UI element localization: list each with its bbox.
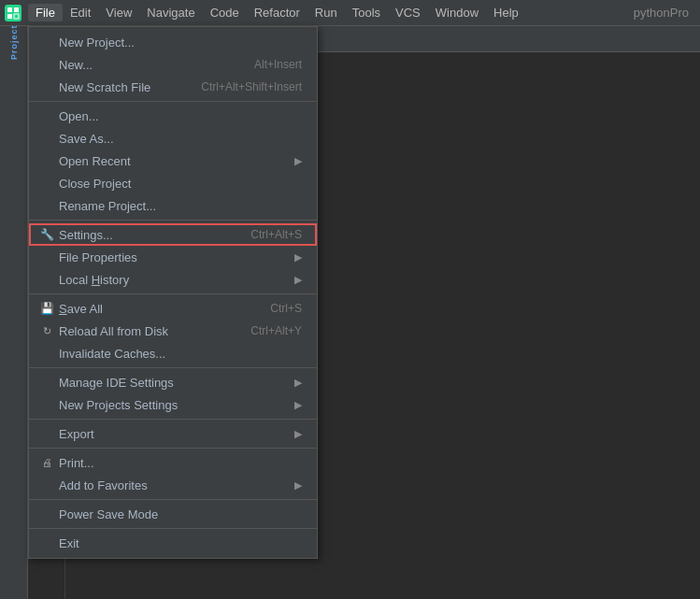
new-projects-settings-label: New Projects Settings xyxy=(59,398,287,412)
menu-item-power-save[interactable]: Power Save Mode xyxy=(29,503,317,525)
save-all-label: Save All xyxy=(59,302,270,316)
menu-item-invalidate-caches[interactable]: Invalidate Caches... xyxy=(29,342,317,364)
menu-item-local-history[interactable]: Local History ▶ xyxy=(29,268,317,291)
new-project-label: New Project... xyxy=(59,36,302,50)
divider-8 xyxy=(29,528,317,529)
sidebar: Project xyxy=(0,26,28,599)
menu-item-settings[interactable]: 🔧 Settings... Ctrl+Alt+S xyxy=(29,223,317,246)
menu-refactor[interactable]: Refactor xyxy=(247,4,307,21)
menu-item-save-all[interactable]: 💾 Save All Ctrl+S xyxy=(29,297,317,320)
sidebar-project-icon[interactable]: Project xyxy=(2,30,26,54)
menu-item-save-as[interactable]: Save As... xyxy=(29,127,317,150)
new-scratch-label: New Scratch File xyxy=(59,80,201,94)
menu-item-export[interactable]: Export ▶ xyxy=(29,422,317,445)
exit-label: Exit xyxy=(59,536,302,550)
manage-ide-arrow: ▶ xyxy=(294,377,302,389)
menu-item-new-scratch[interactable]: New Scratch File Ctrl+Alt+Shift+Insert xyxy=(29,76,317,98)
local-history-label: Local History xyxy=(59,273,287,287)
file-properties-arrow: ▶ xyxy=(294,251,302,264)
divider-5 xyxy=(29,419,317,420)
menu-item-new-project[interactable]: New Project... xyxy=(29,31,317,53)
reload-all-icon: ↻ xyxy=(38,325,55,337)
divider-1 xyxy=(29,101,317,102)
close-project-label: Close Project xyxy=(59,177,302,191)
menu-item-add-favorites[interactable]: Add to Favorites ▶ xyxy=(29,474,317,496)
divider-7 xyxy=(29,499,317,500)
menu-navigate[interactable]: Navigate xyxy=(139,4,202,21)
save-all-shortcut: Ctrl+S xyxy=(270,302,302,315)
menu-vcs[interactable]: VCS xyxy=(388,4,428,21)
menu-item-print[interactable]: 🖨 Print... xyxy=(29,451,317,474)
menu-code[interactable]: Code xyxy=(203,4,247,21)
menu-help[interactable]: Help xyxy=(486,4,526,21)
open-recent-label: Open Recent xyxy=(59,154,287,168)
project-name: pythonPro xyxy=(634,6,696,20)
menu-item-rename-project[interactable]: Rename Project... xyxy=(29,194,317,217)
divider-3 xyxy=(29,293,317,294)
svg-rect-4 xyxy=(14,14,19,19)
divider-4 xyxy=(29,367,317,368)
add-favorites-label: Add to Favorites xyxy=(59,478,287,492)
open-recent-arrow: ▶ xyxy=(294,155,302,167)
menu-item-open-recent[interactable]: Open Recent ▶ xyxy=(29,150,317,172)
menu-file[interactable]: File xyxy=(28,4,63,21)
svg-rect-1 xyxy=(7,7,12,12)
print-label: Print... xyxy=(59,456,302,470)
save-all-icon: 💾 xyxy=(38,302,55,315)
save-as-label: Save As... xyxy=(59,132,302,146)
menu-item-new-projects-settings[interactable]: New Projects Settings ▶ xyxy=(29,393,317,416)
svg-rect-2 xyxy=(14,7,19,12)
menu-run[interactable]: Run xyxy=(307,4,345,21)
invalidate-caches-label: Invalidate Caches... xyxy=(59,347,302,361)
menu-item-open[interactable]: Open... xyxy=(29,105,317,127)
settings-wrench-icon: 🔧 xyxy=(38,228,55,241)
menu-window[interactable]: Window xyxy=(428,4,486,21)
divider-2 xyxy=(29,220,317,221)
file-properties-label: File Properties xyxy=(59,250,287,264)
menu-edit[interactable]: Edit xyxy=(63,4,98,21)
manage-ide-label: Manage IDE Settings xyxy=(59,376,287,390)
new-scratch-shortcut: Ctrl+Alt+Shift+Insert xyxy=(201,80,302,93)
open-label: Open... xyxy=(59,109,302,123)
file-menu-dropdown: New Project... New... Alt+Insert New Scr… xyxy=(28,26,318,559)
export-arrow: ▶ xyxy=(294,428,302,440)
app-logo xyxy=(4,4,22,22)
reload-all-shortcut: Ctrl+Alt+Y xyxy=(250,324,302,337)
menu-item-reload-all[interactable]: ↻ Reload All from Disk Ctrl+Alt+Y xyxy=(29,320,317,342)
new-shortcut: Alt+Insert xyxy=(254,58,302,71)
power-save-label: Power Save Mode xyxy=(59,507,302,521)
menu-item-exit[interactable]: Exit xyxy=(29,532,317,554)
print-icon: 🖨 xyxy=(38,457,55,468)
settings-label: Settings... xyxy=(59,228,250,242)
new-projects-settings-arrow: ▶ xyxy=(294,399,302,411)
menu-view[interactable]: View xyxy=(98,4,139,21)
menu-item-close-project[interactable]: Close Project xyxy=(29,172,317,194)
svg-rect-3 xyxy=(7,14,12,19)
rename-project-label: Rename Project... xyxy=(59,199,302,213)
reload-all-label: Reload All from Disk xyxy=(59,324,250,338)
menu-item-manage-ide[interactable]: Manage IDE Settings ▶ xyxy=(29,371,317,393)
settings-shortcut: Ctrl+Alt+S xyxy=(250,228,302,241)
menu-bar: File Edit View Navigate Code Refactor Ru… xyxy=(0,0,700,26)
file-dropdown: New Project... New... Alt+Insert New Scr… xyxy=(28,26,318,559)
divider-6 xyxy=(29,448,317,449)
menu-tools[interactable]: Tools xyxy=(345,4,388,21)
menu-item-file-properties[interactable]: File Properties ▶ xyxy=(29,246,317,268)
add-favorites-arrow: ▶ xyxy=(294,479,302,492)
new-label: New... xyxy=(59,58,254,72)
export-label: Export xyxy=(59,427,287,441)
menu-item-new[interactable]: New... Alt+Insert xyxy=(29,53,317,76)
local-history-arrow: ▶ xyxy=(294,274,302,286)
